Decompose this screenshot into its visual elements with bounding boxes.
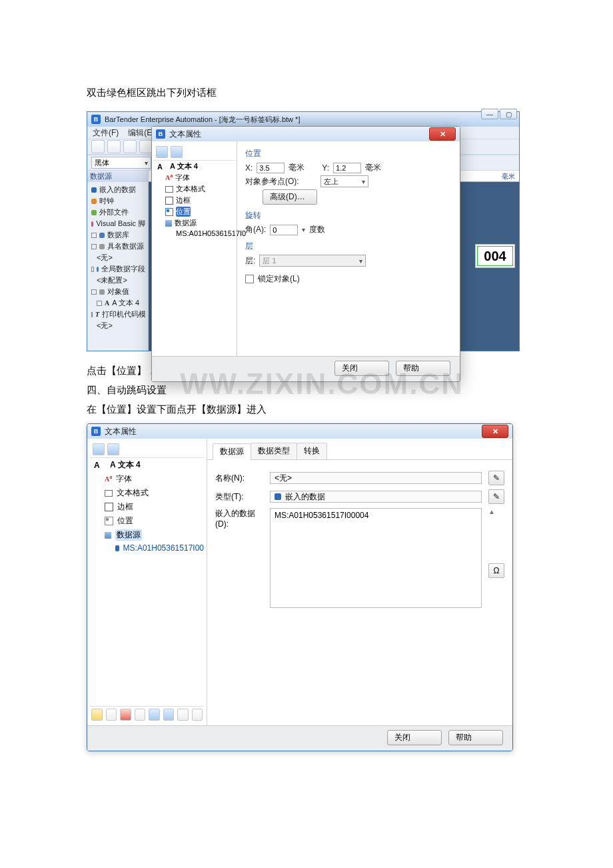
tree-root[interactable]: A A 文本 4 bbox=[153, 161, 235, 172]
advanced-button[interactable]: 高级(D)… bbox=[263, 189, 317, 205]
type-value: 嵌入的数据 bbox=[270, 491, 482, 503]
section-position: 位置 bbox=[245, 148, 452, 159]
tree-textfmt[interactable]: 文本格式 bbox=[153, 183, 235, 195]
tree-position[interactable]: 位置 bbox=[153, 206, 235, 217]
lock-checkbox[interactable] bbox=[245, 275, 254, 283]
x-unit: 毫米 bbox=[289, 162, 305, 173]
ds-external[interactable]: 外部文件 bbox=[90, 207, 145, 218]
x-input[interactable] bbox=[257, 163, 285, 173]
minimize-icon[interactable]: — bbox=[481, 109, 498, 119]
tb-cut-icon[interactable] bbox=[135, 709, 146, 721]
text-properties-dialog-datasource: B文本属性 ✕ A A 文本 4 Aa字体 文本格式 边框 位置 bbox=[87, 423, 513, 751]
tb-wizard-icon[interactable] bbox=[106, 709, 117, 721]
type-edit-icon[interactable]: ✎ bbox=[488, 489, 504, 504]
dialog2-title: 文本属性 bbox=[105, 426, 137, 437]
tree2-tool2-icon[interactable] bbox=[107, 443, 119, 455]
section-layer: 层 bbox=[245, 241, 452, 252]
scroll-up-icon[interactable]: ▲ bbox=[488, 508, 504, 515]
tree2-tool1-icon[interactable] bbox=[93, 443, 105, 455]
embed-label: 嵌入的数据(D): bbox=[215, 508, 263, 529]
dialog2-help-button[interactable]: 帮助 bbox=[448, 730, 503, 745]
app-title-text: BarTender Enterprise Automation - [海龙一号标… bbox=[105, 115, 300, 125]
angle-label: 角(A): bbox=[245, 224, 266, 235]
ds-embedded[interactable]: 嵌入的数据 bbox=[90, 184, 145, 195]
tool-print-icon[interactable] bbox=[139, 140, 153, 153]
type-label: 类型(T): bbox=[215, 491, 263, 503]
figure-2: B文本属性 ✕ A A 文本 4 Aa字体 文本格式 边框 位置 bbox=[87, 423, 513, 751]
ruler-unit-label: 毫米 bbox=[502, 172, 515, 181]
angle-input[interactable] bbox=[270, 225, 298, 235]
angle-dropdown-icon[interactable]: ▾ bbox=[302, 226, 305, 233]
tree2-position[interactable]: 位置 bbox=[90, 514, 204, 528]
tb-paste-icon[interactable] bbox=[163, 709, 175, 721]
dialog2-right: 数据源 数据类型 转换 名称(N): <无> ✎ 类型(T): 嵌入的数据 bbox=[207, 439, 512, 725]
ds-clock[interactable]: 时钟 bbox=[90, 195, 145, 207]
tree2-textfmt[interactable]: 文本格式 bbox=[90, 486, 204, 500]
ds-global[interactable]: 全局数据字段 bbox=[90, 263, 145, 275]
dialog2-form: 名称(N): <无> ✎ 类型(T): 嵌入的数据 ✎ 嵌入的数据(D): MS… bbox=[207, 460, 512, 725]
layer-select[interactable]: 层 1 bbox=[259, 255, 366, 267]
ds-named[interactable]: 具名数据源 bbox=[90, 241, 145, 252]
y-label: Y: bbox=[322, 163, 329, 173]
tree-datasource[interactable]: 数据源 bbox=[153, 217, 235, 229]
tb-up-icon[interactable] bbox=[177, 709, 189, 721]
tb-down-icon[interactable] bbox=[192, 709, 203, 721]
dialog2-close-button[interactable]: 关闭 bbox=[387, 730, 442, 745]
ds-vbs[interactable]: Visual Basic 脚 bbox=[90, 218, 145, 229]
tree-ms-item[interactable]: MS:A01H05361517I0 bbox=[153, 229, 235, 238]
ds-text4[interactable]: AA 文本 4 bbox=[90, 297, 145, 309]
omega-button[interactable]: Ω bbox=[488, 563, 504, 578]
tool-new-icon[interactable] bbox=[91, 140, 105, 153]
figure-1: — ▢ B BarTender Enterprise Automation - … bbox=[87, 111, 520, 351]
dialog2-tabs: 数据源 数据类型 转换 bbox=[207, 439, 512, 460]
maximize-icon[interactable]: ▢ bbox=[500, 109, 517, 119]
dialog1-help-button[interactable]: 帮助 bbox=[396, 361, 450, 376]
tree2-root[interactable]: A A 文本 4 bbox=[90, 458, 204, 472]
dialog1-form: 位置 X: 毫米 Y: 毫米 对象参考点(O): 左上 bbox=[237, 141, 460, 356]
tb-delete-icon[interactable] bbox=[120, 709, 131, 721]
tree-tool-cut-icon[interactable] bbox=[156, 146, 168, 158]
tool-open-icon[interactable] bbox=[107, 140, 121, 153]
selected-text-object[interactable]: 004 bbox=[475, 244, 515, 268]
lock-label: 锁定对象(L) bbox=[258, 273, 300, 285]
ds-global-unconfigured[interactable]: <未配置> bbox=[90, 275, 145, 286]
ref-label: 对象参考点(O): bbox=[245, 176, 299, 187]
tool-save-icon[interactable] bbox=[123, 140, 137, 153]
tb-new-icon[interactable] bbox=[91, 709, 103, 721]
y-input[interactable] bbox=[333, 163, 361, 173]
tree2-border[interactable]: 边框 bbox=[90, 500, 204, 514]
tree-font[interactable]: Aa字体 bbox=[153, 172, 235, 183]
tree-border[interactable]: 边框 bbox=[153, 195, 235, 206]
ds-named-none[interactable]: <无> bbox=[90, 252, 145, 263]
tree2-toolbar bbox=[90, 706, 204, 723]
tab-transform[interactable]: 转换 bbox=[297, 443, 327, 459]
font-combo-value: 黑体 bbox=[95, 158, 109, 168]
menu-file[interactable]: 文件(F) bbox=[93, 127, 119, 139]
ds-database[interactable]: 数据库 bbox=[90, 229, 145, 241]
font-combo[interactable]: 黑体▾ bbox=[91, 157, 151, 169]
paragraph-3: 四、自动跳码设置 bbox=[87, 381, 526, 399]
tree2-datasource[interactable]: 数据源 bbox=[90, 528, 204, 542]
section-rotate: 旋转 bbox=[245, 210, 452, 221]
dialog1-close-button[interactable]: 关闭 bbox=[334, 361, 389, 376]
name-edit-icon[interactable]: ✎ bbox=[488, 471, 504, 485]
paragraph-4: 在【位置】设置下面点开【数据源】进入 bbox=[87, 400, 526, 418]
tree2-ms-item[interactable]: MS:A01H05361517I00 bbox=[90, 542, 204, 554]
dialog2-close-icon[interactable]: ✕ bbox=[482, 425, 508, 438]
tab-datatype[interactable]: 数据类型 bbox=[251, 443, 297, 459]
ds-printer-tpl[interactable]: T打印机代码模板 bbox=[90, 309, 145, 320]
tree-tool-copy-icon[interactable] bbox=[171, 146, 183, 158]
outer-window-controls: — ▢ bbox=[481, 109, 517, 119]
ref-select[interactable]: 左上 bbox=[320, 175, 368, 187]
angle-unit: 度数 bbox=[309, 224, 325, 235]
dialog1-tree: A A 文本 4 Aa字体 文本格式 边框 位置 数据源 MS:A01H0536… bbox=[152, 141, 237, 356]
ds-printer-none[interactable]: <无> bbox=[90, 320, 145, 331]
dialog1-icon: B bbox=[156, 129, 165, 139]
tree2-font[interactable]: Aa字体 bbox=[90, 472, 204, 486]
tab-datasource[interactable]: 数据源 bbox=[213, 443, 251, 460]
dialog1-close-icon[interactable]: ✕ bbox=[429, 127, 456, 141]
ds-objvalue[interactable]: 对象值 bbox=[90, 286, 145, 297]
embed-textarea[interactable]: MS:A01H05361517I00004 bbox=[270, 508, 482, 608]
app-titlebar: B BarTender Enterprise Automation - [海龙一… bbox=[87, 112, 519, 127]
tb-copy-icon[interactable] bbox=[149, 709, 160, 721]
